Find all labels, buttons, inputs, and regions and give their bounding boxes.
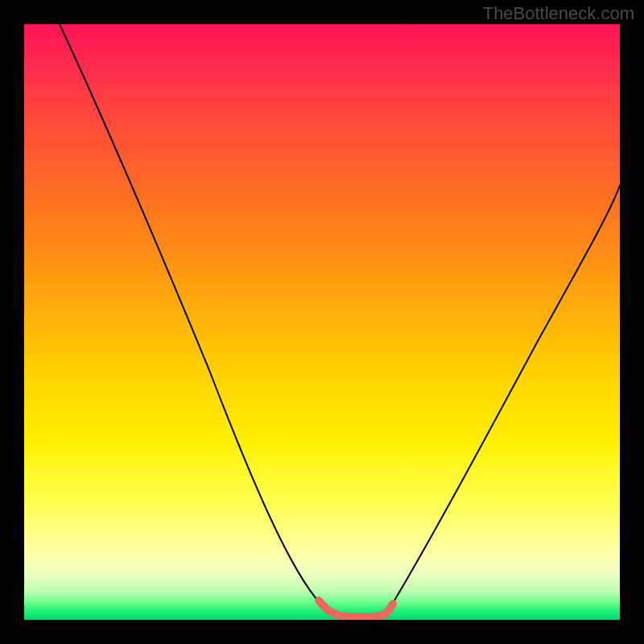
plot-area: [24, 24, 620, 620]
chart-container: TheBottleneck.com: [0, 0, 644, 644]
curve-layer: [24, 24, 620, 620]
watermark-text: TheBottleneck.com: [483, 3, 634, 24]
highlight-segment: [319, 601, 393, 617]
main-curve: [60, 24, 620, 617]
